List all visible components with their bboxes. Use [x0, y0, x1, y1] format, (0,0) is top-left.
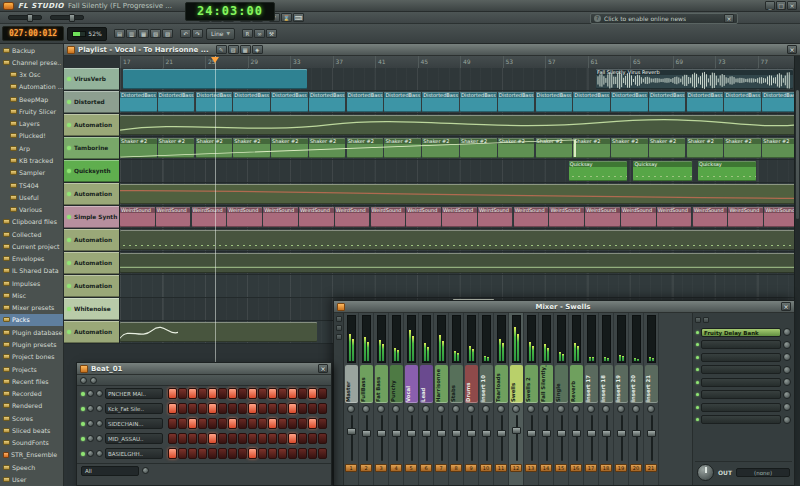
channel-volume-knob[interactable]: [96, 450, 103, 457]
step-14[interactable]: [298, 433, 307, 444]
track-name-automation[interactable]: Automation: [64, 183, 120, 205]
clip-weirdsound[interactable]: WeirdSound: [371, 207, 406, 227]
browser-item-misc[interactable]: Misc: [0, 289, 63, 301]
strip-number-plate[interactable]: 9: [465, 464, 477, 472]
channel-enable-led[interactable]: [81, 422, 85, 426]
step-4[interactable]: [198, 433, 207, 444]
strip-number-plate[interactable]: 14: [540, 464, 552, 472]
channel-enable-led[interactable]: [81, 437, 85, 441]
step-6[interactable]: [218, 403, 227, 414]
fader-thumb[interactable]: [632, 430, 641, 437]
track-mute-led[interactable]: [67, 261, 71, 265]
paint-tool-icon[interactable]: ▨: [228, 45, 239, 54]
strip-volume-fader[interactable]: [467, 415, 476, 461]
strip-pan-knob[interactable]: [542, 405, 550, 413]
clip-weirdsound[interactable]: WeirdSound: [263, 207, 298, 227]
mixer-strip-fullbass[interactable]: FullBass2: [359, 313, 374, 485]
strip-pan-knob[interactable]: [617, 405, 625, 413]
fx-slot-mix-knob[interactable]: [783, 328, 791, 336]
mixer-strip-insert-21[interactable]: Insert 2121: [644, 313, 659, 485]
clip-weirdsound[interactable]: WeirdSound: [299, 207, 334, 227]
step-14[interactable]: [298, 403, 307, 414]
fx-slot-plate[interactable]: Fruity Delay Bank: [701, 328, 781, 337]
step-1[interactable]: [168, 448, 177, 459]
step-9[interactable]: [248, 433, 257, 444]
clip[interactable]: [120, 322, 317, 342]
channel-volume-knob[interactable]: [96, 435, 103, 442]
wait-input-button[interactable]: ⌛: [281, 13, 292, 22]
step-16[interactable]: [318, 433, 327, 444]
clip-weirdsound[interactable]: WeirdSound: [585, 207, 620, 227]
step-2[interactable]: [178, 418, 187, 429]
strip-volume-fader[interactable]: [377, 415, 386, 461]
step-14[interactable]: [298, 388, 307, 399]
strip-volume-fader[interactable]: [347, 415, 356, 461]
step-7[interactable]: [228, 418, 237, 429]
clip-distortedbass[interactable]: DistortedBass: [233, 92, 270, 112]
rack-volume-knob[interactable]: [90, 377, 97, 384]
strip-number-plate[interactable]: 13: [525, 464, 537, 472]
channel-enable-led[interactable]: [81, 392, 85, 396]
open-stepseq-button[interactable]: ▥: [126, 29, 137, 38]
browser-item-soundfonts[interactable]: SoundFonts: [0, 437, 63, 449]
browser-item-user[interactable]: User: [0, 473, 63, 485]
strip-pan-knob[interactable]: [557, 405, 565, 413]
step-12[interactable]: [278, 388, 287, 399]
fader-thumb[interactable]: [572, 430, 581, 437]
browser-item-il-shared-data[interactable]: IL Shared Data: [0, 265, 63, 277]
step-13[interactable]: [288, 403, 297, 414]
browser-item-packs[interactable]: Packs: [0, 314, 63, 326]
fx-slot-plate[interactable]: [701, 365, 781, 374]
track-name-automation[interactable]: Automation: [64, 252, 120, 274]
clip-distortedbass[interactable]: DistortedBass: [649, 92, 686, 112]
strip-volume-fader[interactable]: [422, 415, 431, 461]
step-12[interactable]: [278, 433, 287, 444]
step-6[interactable]: [218, 448, 227, 459]
mixer-strip-tearloads[interactable]: Tearloads11: [494, 313, 509, 485]
strip-volume-fader[interactable]: [437, 415, 446, 461]
fx-slot-led[interactable]: [696, 331, 699, 334]
clip-distortedbass[interactable]: DistortedBass: [120, 92, 157, 112]
step-3[interactable]: [188, 433, 197, 444]
step-16[interactable]: [318, 448, 327, 459]
clip-distortedbass[interactable]: DistortedBass: [422, 92, 459, 112]
step-5[interactable]: [208, 388, 217, 399]
channel-button-mid-assau[interactable]: MID_ASSAU..: [105, 433, 163, 444]
clip-distortedbass[interactable]: DistortedBass: [460, 92, 497, 112]
fader-thumb[interactable]: [587, 430, 596, 437]
step-8[interactable]: [238, 433, 247, 444]
fx-menu-icon[interactable]: [695, 317, 701, 323]
step-7[interactable]: [228, 388, 237, 399]
step-13[interactable]: [288, 433, 297, 444]
track-mute-led[interactable]: [67, 330, 71, 334]
track-name-automation[interactable]: Automation: [64, 321, 120, 343]
fx-slot-plate[interactable]: [701, 353, 781, 362]
clip-distortedbass[interactable]: DistortedBass: [536, 92, 573, 112]
strip-volume-fader[interactable]: [542, 415, 551, 461]
track-lane[interactable]: Shaker #2Shaker #2Shaker #2Shaker #2Shak…: [120, 137, 800, 159]
step-4[interactable]: [198, 403, 207, 414]
clip-shaker-2[interactable]: Shaker #2: [649, 138, 686, 158]
mixer-strip-harrisonne[interactable]: Harrisonne7: [434, 313, 449, 485]
step-4[interactable]: [198, 448, 207, 459]
clip[interactable]: [120, 184, 800, 204]
track-mute-led[interactable]: [67, 192, 71, 196]
strip-volume-fader[interactable]: [452, 415, 461, 461]
browser-item-layers[interactable]: Layers: [0, 118, 63, 130]
snap-selector[interactable]: Line ▼: [206, 28, 235, 40]
strip-pan-knob[interactable]: [527, 405, 535, 413]
track-lane[interactable]: [120, 252, 800, 274]
snap-tool-icon[interactable]: ◈: [252, 45, 263, 54]
mixer-strip-stabs[interactable]: Stabs8: [449, 313, 464, 485]
step-15[interactable]: [308, 448, 317, 459]
clip-distortedbass[interactable]: DistortedBass: [384, 92, 421, 112]
track-lane[interactable]: DistortedBassDistortedBassDistortedBassD…: [120, 91, 800, 113]
strip-number-plate[interactable]: 15: [555, 464, 567, 472]
step-8[interactable]: [238, 388, 247, 399]
step-1[interactable]: [168, 433, 177, 444]
channel-pan-knob[interactable]: [87, 435, 94, 442]
strip-pan-knob[interactable]: [512, 405, 520, 413]
step-11[interactable]: [268, 388, 277, 399]
step-6[interactable]: [218, 388, 227, 399]
clip-weirdsound[interactable]: WeirdSound: [478, 207, 513, 227]
